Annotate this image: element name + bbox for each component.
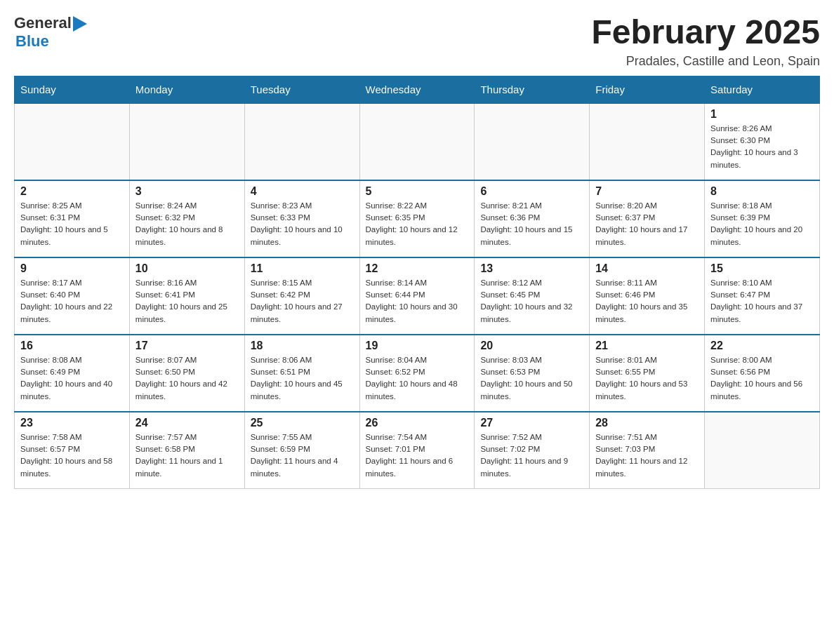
col-thursday: Thursday <box>475 76 590 103</box>
day-number: 6 <box>480 185 583 198</box>
day-number: 9 <box>20 262 124 275</box>
day-info: Sunrise: 8:24 AMSunset: 6:32 PMDaylight:… <box>135 200 239 248</box>
day-number: 7 <box>595 185 699 198</box>
day-number: 24 <box>135 417 239 429</box>
calendar-cell-w4-d5: 20Sunrise: 8:03 AMSunset: 6:53 PMDayligh… <box>475 335 590 412</box>
day-info: Sunrise: 8:12 AMSunset: 6:45 PMDaylight:… <box>480 277 583 326</box>
calendar-cell-w2-d2: 3Sunrise: 8:24 AMSunset: 6:32 PMDaylight… <box>129 180 244 257</box>
calendar-cell-w5-d5: 27Sunrise: 7:52 AMSunset: 7:02 PMDayligh… <box>475 412 590 489</box>
day-info: Sunrise: 7:58 AMSunset: 6:57 PMDaylight:… <box>20 431 124 480</box>
calendar-cell-w4-d1: 16Sunrise: 8:08 AMSunset: 6:49 PMDayligh… <box>15 335 130 412</box>
day-number: 20 <box>480 340 583 352</box>
col-tuesday: Tuesday <box>244 76 359 103</box>
day-info: Sunrise: 8:11 AMSunset: 6:46 PMDaylight:… <box>595 277 699 326</box>
day-number: 23 <box>20 417 124 429</box>
day-info: Sunrise: 8:04 AMSunset: 6:52 PMDaylight:… <box>366 354 469 403</box>
calendar-cell-w1-d5 <box>475 103 590 180</box>
location-subtitle: Pradales, Castille and Leon, Spain <box>591 54 820 69</box>
logo-blue-text: Blue <box>15 32 49 50</box>
logo-general-text: General <box>14 14 72 32</box>
calendar-cell-w2-d1: 2Sunrise: 8:25 AMSunset: 6:31 PMDaylight… <box>15 180 130 257</box>
calendar-cell-w5-d1: 23Sunrise: 7:58 AMSunset: 6:57 PMDayligh… <box>15 412 130 489</box>
calendar-header-row: Sunday Monday Tuesday Wednesday Thursday… <box>15 76 820 103</box>
day-info: Sunrise: 8:15 AMSunset: 6:42 PMDaylight:… <box>251 277 354 326</box>
calendar-cell-w1-d7: 1Sunrise: 8:26 AMSunset: 6:30 PMDaylight… <box>705 103 820 180</box>
day-info: Sunrise: 8:17 AMSunset: 6:40 PMDaylight:… <box>20 277 124 326</box>
day-number: 3 <box>135 185 239 198</box>
svg-marker-0 <box>73 16 87 32</box>
day-number: 2 <box>20 185 124 198</box>
day-info: Sunrise: 8:08 AMSunset: 6:49 PMDaylight:… <box>20 354 124 403</box>
day-number: 11 <box>251 262 354 275</box>
calendar-cell-w1-d2 <box>129 103 244 180</box>
day-number: 10 <box>135 262 239 275</box>
day-number: 1 <box>710 108 814 121</box>
day-info: Sunrise: 7:51 AMSunset: 7:03 PMDaylight:… <box>595 431 699 480</box>
day-number: 19 <box>366 340 469 352</box>
calendar-cell-w3-d6: 14Sunrise: 8:11 AMSunset: 6:46 PMDayligh… <box>590 257 705 335</box>
calendar-cell-w3-d2: 10Sunrise: 8:16 AMSunset: 6:41 PMDayligh… <box>129 257 244 335</box>
calendar-cell-w3-d3: 11Sunrise: 8:15 AMSunset: 6:42 PMDayligh… <box>244 257 359 335</box>
col-friday: Friday <box>590 76 705 103</box>
day-number: 25 <box>251 417 354 429</box>
day-number: 16 <box>20 340 124 352</box>
day-number: 12 <box>366 262 469 275</box>
day-info: Sunrise: 8:06 AMSunset: 6:51 PMDaylight:… <box>251 354 354 403</box>
day-info: Sunrise: 8:26 AMSunset: 6:30 PMDaylight:… <box>710 123 814 171</box>
day-number: 22 <box>710 340 814 352</box>
calendar-cell-w3-d4: 12Sunrise: 8:14 AMSunset: 6:44 PMDayligh… <box>359 257 475 335</box>
calendar-cell-w3-d5: 13Sunrise: 8:12 AMSunset: 6:45 PMDayligh… <box>475 257 590 335</box>
day-number: 27 <box>480 417 583 429</box>
day-info: Sunrise: 7:54 AMSunset: 7:01 PMDaylight:… <box>366 431 469 480</box>
day-number: 8 <box>710 185 814 198</box>
calendar-table: Sunday Monday Tuesday Wednesday Thursday… <box>14 76 820 490</box>
day-info: Sunrise: 8:20 AMSunset: 6:37 PMDaylight:… <box>595 200 699 248</box>
calendar-cell-w4-d6: 21Sunrise: 8:01 AMSunset: 6:55 PMDayligh… <box>590 335 705 412</box>
day-info: Sunrise: 8:23 AMSunset: 6:33 PMDaylight:… <box>251 200 354 248</box>
col-sunday: Sunday <box>15 76 130 103</box>
day-number: 13 <box>480 262 583 275</box>
logo: General Blue <box>14 14 87 51</box>
day-number: 18 <box>251 340 354 352</box>
day-number: 28 <box>595 417 699 429</box>
calendar-cell-w5-d2: 24Sunrise: 7:57 AMSunset: 6:58 PMDayligh… <box>129 412 244 489</box>
calendar-cell-w2-d5: 6Sunrise: 8:21 AMSunset: 6:36 PMDaylight… <box>475 180 590 257</box>
day-info: Sunrise: 8:18 AMSunset: 6:39 PMDaylight:… <box>710 200 814 248</box>
day-number: 15 <box>710 262 814 275</box>
day-info: Sunrise: 7:57 AMSunset: 6:58 PMDaylight:… <box>135 431 239 480</box>
day-info: Sunrise: 8:16 AMSunset: 6:41 PMDaylight:… <box>135 277 239 326</box>
logo-arrow-icon <box>73 16 87 32</box>
calendar-cell-w5-d3: 25Sunrise: 7:55 AMSunset: 6:59 PMDayligh… <box>244 412 359 489</box>
day-info: Sunrise: 8:00 AMSunset: 6:56 PMDaylight:… <box>710 354 814 403</box>
title-section: February 2025 Pradales, Castille and Leo… <box>591 14 820 69</box>
month-title: February 2025 <box>591 14 820 51</box>
calendar-cell-w5-d6: 28Sunrise: 7:51 AMSunset: 7:03 PMDayligh… <box>590 412 705 489</box>
calendar-week-5: 23Sunrise: 7:58 AMSunset: 6:57 PMDayligh… <box>15 412 820 489</box>
calendar-cell-w1-d3 <box>244 103 359 180</box>
calendar-cell-w3-d7: 15Sunrise: 8:10 AMSunset: 6:47 PMDayligh… <box>705 257 820 335</box>
calendar-cell-w3-d1: 9Sunrise: 8:17 AMSunset: 6:40 PMDaylight… <box>15 257 130 335</box>
day-number: 26 <box>366 417 469 429</box>
page-header: General Blue February 2025 Pradales, Cas… <box>14 14 820 69</box>
day-info: Sunrise: 8:10 AMSunset: 6:47 PMDaylight:… <box>710 277 814 326</box>
calendar-week-4: 16Sunrise: 8:08 AMSunset: 6:49 PMDayligh… <box>15 335 820 412</box>
day-info: Sunrise: 8:22 AMSunset: 6:35 PMDaylight:… <box>366 200 469 248</box>
day-info: Sunrise: 7:55 AMSunset: 6:59 PMDaylight:… <box>251 431 354 480</box>
calendar-cell-w2-d3: 4Sunrise: 8:23 AMSunset: 6:33 PMDaylight… <box>244 180 359 257</box>
calendar-week-2: 2Sunrise: 8:25 AMSunset: 6:31 PMDaylight… <box>15 180 820 257</box>
calendar-cell-w1-d6 <box>590 103 705 180</box>
day-info: Sunrise: 8:14 AMSunset: 6:44 PMDaylight:… <box>366 277 469 326</box>
day-info: Sunrise: 8:07 AMSunset: 6:50 PMDaylight:… <box>135 354 239 403</box>
day-info: Sunrise: 8:25 AMSunset: 6:31 PMDaylight:… <box>20 200 124 248</box>
col-saturday: Saturday <box>705 76 820 103</box>
day-number: 4 <box>251 185 354 198</box>
calendar-cell-w4-d7: 22Sunrise: 8:00 AMSunset: 6:56 PMDayligh… <box>705 335 820 412</box>
calendar-week-1: 1Sunrise: 8:26 AMSunset: 6:30 PMDaylight… <box>15 103 820 180</box>
calendar-cell-w1-d1 <box>15 103 130 180</box>
col-wednesday: Wednesday <box>359 76 475 103</box>
calendar-cell-w2-d4: 5Sunrise: 8:22 AMSunset: 6:35 PMDaylight… <box>359 180 475 257</box>
calendar-cell-w4-d2: 17Sunrise: 8:07 AMSunset: 6:50 PMDayligh… <box>129 335 244 412</box>
day-info: Sunrise: 8:03 AMSunset: 6:53 PMDaylight:… <box>480 354 583 403</box>
calendar-cell-w5-d7 <box>705 412 820 489</box>
col-monday: Monday <box>129 76 244 103</box>
